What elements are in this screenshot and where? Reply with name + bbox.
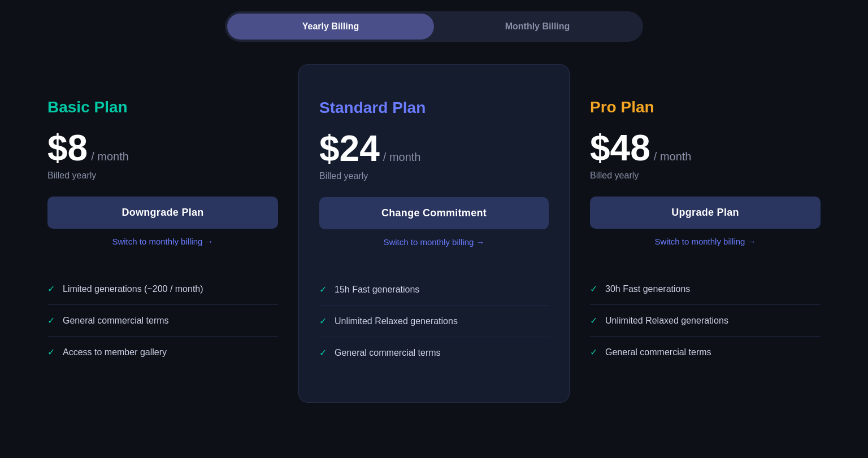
feature-text: 15h Fast generations	[335, 285, 419, 295]
plan-card-basic: Basic Plan $8 / month Billed yearly Down…	[27, 76, 298, 390]
feature-item: ✓ Limited generations (~200 / month)	[47, 273, 278, 305]
yearly-billing-button[interactable]: Yearly Billing	[227, 14, 434, 40]
feature-item: ✓ Access to member gallery	[47, 337, 278, 368]
features-list-pro: ✓ 30h Fast generations ✓ Unlimited Relax…	[590, 273, 821, 368]
switch-billing-link-standard[interactable]: Switch to monthly billing →	[319, 237, 549, 247]
features-list-basic: ✓ Limited generations (~200 / month) ✓ G…	[47, 273, 278, 368]
feature-text: Unlimited Relaxed generations	[335, 316, 458, 326]
plan-name-basic: Basic Plan	[47, 98, 278, 116]
plan-card-standard: Standard Plan $24 / month Billed yearly …	[298, 64, 570, 403]
plan-button-pro[interactable]: Upgrade Plan	[590, 197, 821, 229]
feature-item: ✓ General commercial terms	[319, 337, 549, 368]
feature-item: ✓ General commercial terms	[47, 305, 278, 337]
feature-text: Limited generations (~200 / month)	[63, 284, 203, 294]
price-row-standard: $24 / month	[319, 130, 549, 167]
feature-item: ✓ Unlimited Relaxed generations	[319, 306, 549, 337]
price-amount-basic: $8	[47, 130, 88, 166]
feature-text: Access to member gallery	[63, 347, 167, 357]
feature-item: ✓ 30h Fast generations	[590, 273, 821, 305]
billed-text-pro: Billed yearly	[590, 171, 821, 181]
price-period-pro: / month	[654, 150, 692, 163]
billed-text-basic: Billed yearly	[47, 171, 278, 181]
price-period-basic: / month	[91, 150, 129, 163]
billed-text-standard: Billed yearly	[319, 171, 549, 181]
plan-button-standard[interactable]: Change Commitment	[319, 197, 549, 229]
features-list-standard: ✓ 15h Fast generations ✓ Unlimited Relax…	[319, 274, 549, 368]
check-icon: ✓	[590, 283, 597, 294]
feature-text: General commercial terms	[605, 347, 711, 357]
feature-text: 30h Fast generations	[605, 284, 690, 294]
plan-card-pro: Pro Plan $48 / month Billed yearly Upgra…	[570, 76, 841, 390]
check-icon: ✓	[47, 315, 55, 326]
plan-name-standard: Standard Plan	[319, 99, 549, 117]
price-row-basic: $8 / month	[47, 130, 278, 166]
switch-billing-link-basic[interactable]: Switch to monthly billing →	[47, 237, 278, 246]
feature-item: ✓ 15h Fast generations	[319, 274, 549, 306]
check-icon: ✓	[590, 315, 597, 326]
check-icon: ✓	[47, 283, 55, 294]
monthly-billing-button[interactable]: Monthly Billing	[434, 14, 641, 40]
check-icon: ✓	[47, 347, 55, 357]
feature-item: ✓ General commercial terms	[590, 337, 821, 368]
switch-billing-link-pro[interactable]: Switch to monthly billing →	[590, 237, 821, 246]
price-amount-standard: $24	[319, 130, 380, 167]
price-amount-pro: $48	[590, 130, 650, 166]
price-period-standard: / month	[383, 151, 421, 164]
feature-text: General commercial terms	[63, 316, 169, 326]
feature-item: ✓ Unlimited Relaxed generations	[590, 305, 821, 337]
feature-text: Unlimited Relaxed generations	[605, 316, 728, 326]
plans-container: Basic Plan $8 / month Billed yearly Down…	[23, 76, 845, 403]
billing-toggle: Yearly Billing Monthly Billing	[225, 11, 643, 42]
check-icon: ✓	[319, 316, 327, 326]
price-row-pro: $48 / month	[590, 130, 821, 166]
feature-text: General commercial terms	[335, 348, 441, 358]
check-icon: ✓	[319, 347, 327, 358]
check-icon: ✓	[319, 284, 327, 295]
check-icon: ✓	[590, 347, 597, 357]
plan-name-pro: Pro Plan	[590, 98, 821, 116]
plan-button-basic[interactable]: Downgrade Plan	[47, 197, 278, 229]
